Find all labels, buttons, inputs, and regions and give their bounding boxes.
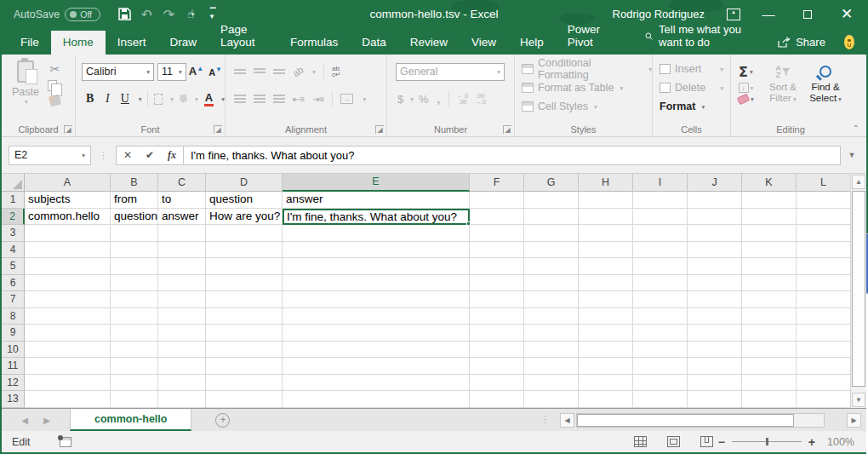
format-cells-button[interactable]: Format▾ (653, 97, 730, 116)
cell-B1[interactable]: from (111, 192, 158, 209)
cell-H4[interactable] (579, 242, 633, 259)
cell-G2[interactable] (524, 209, 579, 226)
vertical-scroll-thumb[interactable] (852, 191, 865, 387)
cell-F6[interactable] (470, 275, 524, 292)
cell-B11[interactable] (111, 358, 158, 375)
font-color-dropdown-icon[interactable]: ▾ (221, 95, 225, 103)
select-all-corner[interactable] (2, 174, 25, 192)
cell-H13[interactable] (579, 391, 633, 408)
cell-J8[interactable] (688, 308, 742, 325)
cell-H9[interactable] (579, 325, 633, 342)
page-break-preview-icon[interactable] (700, 436, 713, 447)
cell-L8[interactable] (797, 308, 851, 325)
cell-K12[interactable] (742, 375, 797, 392)
cell-J10[interactable] (688, 342, 742, 359)
cell-G7[interactable] (524, 291, 579, 308)
column-header-G[interactable]: G (524, 174, 579, 192)
ribbon-display-options-button[interactable]: ▴ (727, 9, 740, 20)
cell-C2[interactable]: answer (158, 209, 206, 226)
cell-G11[interactable] (524, 358, 579, 375)
scroll-right-icon[interactable]: ▶ (847, 413, 861, 428)
cell-B4[interactable] (111, 242, 158, 259)
cell-H6[interactable] (579, 275, 633, 292)
cell-K2[interactable] (742, 209, 797, 226)
cell-G4[interactable] (524, 242, 579, 259)
tab-insert[interactable]: Insert (106, 31, 158, 55)
tab-page-layout[interactable]: Page Layout (208, 18, 278, 55)
column-header-F[interactable]: F (470, 174, 524, 192)
cell-L13[interactable] (797, 391, 851, 408)
fill-color-dropdown-icon[interactable]: ▾ (195, 95, 198, 103)
autosave-switch[interactable]: Off (65, 8, 100, 21)
cell-G9[interactable] (524, 325, 579, 342)
cell-A9[interactable] (25, 325, 111, 342)
column-header-H[interactable]: H (579, 174, 633, 192)
cell-L11[interactable] (797, 358, 851, 375)
cell-L7[interactable] (797, 291, 851, 308)
cell-I8[interactable] (633, 308, 688, 325)
cell-E5[interactable] (283, 258, 470, 275)
clear-dropdown-icon[interactable]: ▾ (751, 95, 754, 103)
cell-F13[interactable] (470, 391, 524, 408)
cell-I7[interactable] (633, 291, 688, 308)
scroll-up-icon[interactable]: ▲ (852, 175, 865, 189)
font-dialog-launcher[interactable]: ◢ (214, 125, 222, 134)
copy-button[interactable]: ▾ (48, 80, 62, 91)
cell-A11[interactable] (25, 358, 111, 375)
delete-cells-button[interactable]: Delete▾ (653, 78, 730, 97)
cell-J1[interactable] (688, 192, 742, 209)
merge-center-dropdown-icon[interactable]: ▾ (363, 95, 366, 103)
cell-F7[interactable] (470, 291, 524, 308)
orientation-icon[interactable]: ab (291, 65, 306, 79)
font-color-button[interactable]: A (204, 92, 214, 106)
cell-H1[interactable] (579, 192, 633, 209)
paste-dropdown-icon[interactable]: ▾ (25, 98, 28, 106)
save-button[interactable] (114, 3, 134, 26)
tab-power-pivot[interactable]: Power Pivot (556, 18, 623, 55)
cell-K5[interactable] (742, 258, 797, 275)
row-header-6[interactable]: 6 (2, 275, 25, 292)
sort-filter-button[interactable]: AZ Sort & Filter▾ (763, 61, 802, 105)
row-header-4[interactable]: 4 (2, 242, 25, 259)
new-sheet-button[interactable]: + (215, 413, 230, 428)
autosum-dropdown-icon[interactable]: ▾ (750, 68, 753, 76)
cell-B2[interactable]: question (111, 209, 158, 226)
autosum-button[interactable]: Σ▾ (738, 64, 754, 80)
cell-H8[interactable] (579, 308, 633, 325)
cell-B5[interactable] (111, 258, 158, 275)
format-as-table-button[interactable]: Format as Table▾ (515, 78, 652, 97)
column-header-A[interactable]: A (25, 174, 111, 192)
fill-handle[interactable] (466, 221, 471, 226)
row-header-5[interactable]: 5 (2, 258, 25, 275)
percent-style-icon[interactable]: % (415, 93, 432, 106)
tell-me-search[interactable]: Tell me what you want to do (645, 23, 754, 55)
cell-J7[interactable] (688, 291, 742, 308)
column-header-I[interactable]: I (633, 174, 688, 192)
tab-home[interactable]: Home (51, 31, 106, 55)
cell-K6[interactable] (742, 275, 797, 292)
close-button[interactable]: ✕ (827, 0, 866, 28)
decrease-decimal-icon[interactable]: .00→.0 (472, 93, 488, 105)
cell-A4[interactable] (25, 242, 111, 259)
increase-decimal-icon[interactable]: ←.0.00 (454, 93, 471, 105)
middle-align-icon[interactable] (254, 68, 266, 75)
cell-D11[interactable] (206, 358, 283, 375)
clear-button[interactable]: ▾ (738, 95, 754, 103)
row-header-12[interactable]: 12 (2, 375, 25, 392)
column-header-E[interactable]: E (283, 174, 470, 192)
cell-B7[interactable] (111, 291, 158, 308)
cell-C3[interactable] (158, 225, 206, 242)
touch-mouse-mode-button[interactable]: ☝▾ (180, 3, 201, 26)
cell-C4[interactable] (158, 242, 206, 259)
column-header-B[interactable]: B (111, 174, 158, 192)
cell-L3[interactable] (797, 225, 851, 242)
italic-button[interactable]: I (102, 92, 114, 106)
cell-F10[interactable] (470, 342, 524, 359)
cell-E11[interactable] (283, 358, 470, 375)
share-button[interactable]: Share (778, 36, 825, 55)
cell-C9[interactable] (158, 325, 206, 342)
row-header-9[interactable]: 9 (2, 325, 25, 342)
cell-L9[interactable] (797, 325, 851, 342)
scroll-down-icon[interactable]: ▼ (852, 393, 865, 407)
cell-I4[interactable] (633, 242, 688, 259)
